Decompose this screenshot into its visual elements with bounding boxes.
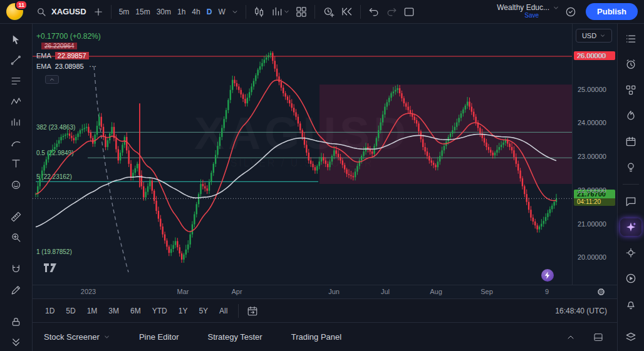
tab-strategy-tester[interactable]: Strategy Tester [207,332,262,342]
range-ytd[interactable]: YTD [147,305,172,317]
text-tool[interactable] [6,156,27,172]
bell-icon [625,298,637,310]
toggle-panel-layout-button[interactable] [591,330,606,345]
hotlists-button[interactable] [620,107,641,125]
watchlist-button[interactable] [620,30,641,48]
time-axis-label: 2023 [81,288,96,295]
undo-arrow-icon [368,6,380,18]
chat-button[interactable] [620,193,641,210]
range-1y[interactable]: 1Y [174,305,193,317]
price-axis-label: 20.00000 [578,253,606,261]
save-layout-indicator-button[interactable] [400,3,418,21]
range-6m[interactable]: 6M [125,305,146,317]
inspiration-button[interactable] [620,244,641,262]
time-axis-label: Sep [480,288,493,295]
symbol-name: XAGUSD [51,7,86,16]
cursor-icon [10,34,22,46]
chart-type-candles-button[interactable] [251,3,268,21]
go-to-date-button[interactable] [244,303,261,319]
timeframe-dropdown-button[interactable] [229,6,241,18]
user-avatar[interactable]: 11 [6,3,23,20]
create-alert-button[interactable] [319,3,338,21]
collapse-legend-button[interactable] [45,75,59,84]
chart-style-dropdown-button[interactable] [268,3,293,21]
toolbar-divider [246,5,246,19]
edit-drawings-tool[interactable] [6,282,27,298]
range-all[interactable]: All [214,305,232,317]
expand-panel-button[interactable] [563,330,578,345]
pencil-icon [10,284,22,296]
price-axis-label: 26.00000 [578,52,606,59]
range-1d[interactable]: 1D [40,305,60,317]
undo-button[interactable] [365,3,383,21]
ema1-label: EMA [36,52,51,59]
lightbulb-icon [625,161,637,173]
currency-selector[interactable]: USD [576,29,612,43]
range-1m[interactable]: 1M [82,305,103,317]
price-axis[interactable]: USD 26.00000 21.76700 04:11:20 26.000002… [572,24,617,285]
ai-assistant-button[interactable] [620,218,641,236]
tab-stock-screener[interactable]: Stock Screener [44,332,110,342]
redo-button[interactable] [383,3,400,21]
tradingview-watermark-logo[interactable] [43,262,60,275]
pattern-tool[interactable] [6,93,27,109]
save-layout-link[interactable]: Save [524,12,539,19]
timeframe-1d[interactable]: D [204,5,216,19]
range-5d[interactable]: 5D [61,305,80,317]
chart-settings-button[interactable] [596,287,606,297]
time-axis-label: Aug [430,288,442,295]
object-tree-button[interactable] [620,81,641,99]
multichart-layout-button[interactable] [293,3,310,21]
currency-label: USD [582,32,596,39]
notifications-button[interactable] [620,295,641,313]
trend-line-icon [10,54,22,66]
text-icon [10,158,22,170]
bar-replay-button[interactable] [338,3,356,21]
more-tools-button[interactable] [6,335,27,351]
cursor-tool[interactable] [6,31,27,48]
range-3m[interactable]: 3M [103,305,124,317]
brush-tool[interactable] [6,135,27,151]
timeframe-5m[interactable]: 5m [116,5,133,19]
chevron-down-icon [231,8,239,16]
tab-trading-panel[interactable]: Trading Panel [291,332,341,342]
xabcd-pattern-icon [10,96,22,108]
redo-arrow-icon [385,6,398,18]
candlestick-chart[interactable]: XAGUSDSILVER / U.S. DOLLAR382 (23.4863)0… [33,24,572,285]
publish-button[interactable]: Publish [586,3,638,20]
timeframe-4h[interactable]: 4h [189,5,203,19]
timeframe-30m[interactable]: 30m [153,5,174,19]
utc-clock[interactable]: 16:48:40 (UTC) [555,307,610,315]
add-compare-button[interactable] [90,4,106,20]
chart-pane[interactable]: XAGUSDSILVER / U.S. DOLLAR382 (23.4863)0… [33,24,617,298]
economic-event-marker[interactable] [541,269,554,282]
indicator-menu-button[interactable]: ⋯ [88,62,99,71]
flame-icon [625,109,637,122]
symbol-search-button[interactable]: XAGUSD [32,4,90,20]
measure-tool[interactable] [6,208,27,225]
layout-menu-button[interactable]: Wealthy Educ... Save [494,3,562,21]
alerts-button[interactable] [620,56,641,73]
timeframe-1h[interactable]: 1h [174,5,189,19]
time-axis[interactable]: 2023MarAprJunJulAugSep9 [33,285,617,298]
prediction-tool[interactable] [6,114,27,131]
timeframe-15m[interactable]: 15m [132,5,153,19]
calendar-button[interactable] [620,133,641,150]
ema-legend-row[interactable]: EMA 22.89857 [36,52,101,59]
trend-line-tool[interactable] [6,52,27,68]
ema-legend-row[interactable]: EMA 23.08985 ⋯ [36,62,101,71]
magnet-tool[interactable] [6,261,27,277]
manage-panels-button[interactable] [620,328,641,346]
timeframe-1w[interactable]: W [215,5,228,19]
time-axis-label: 9 [545,288,549,295]
emoji-tool[interactable] [6,176,27,193]
zoom-tool[interactable] [6,229,27,245]
cloud-status-button[interactable] [562,3,579,21]
range-5y[interactable]: 5Y [194,305,213,317]
lock-drawings-tool[interactable] [6,314,27,330]
ideas-button[interactable] [620,158,641,176]
date-range-toolbar: 1D 5D 1M 3M 6M YTD 1Y 5Y All 16:48:40 (U… [33,298,617,322]
fib-retracement-tool[interactable] [6,73,27,89]
tutorials-button[interactable] [620,270,641,287]
tab-pine-editor[interactable]: Pine Editor [139,332,179,342]
